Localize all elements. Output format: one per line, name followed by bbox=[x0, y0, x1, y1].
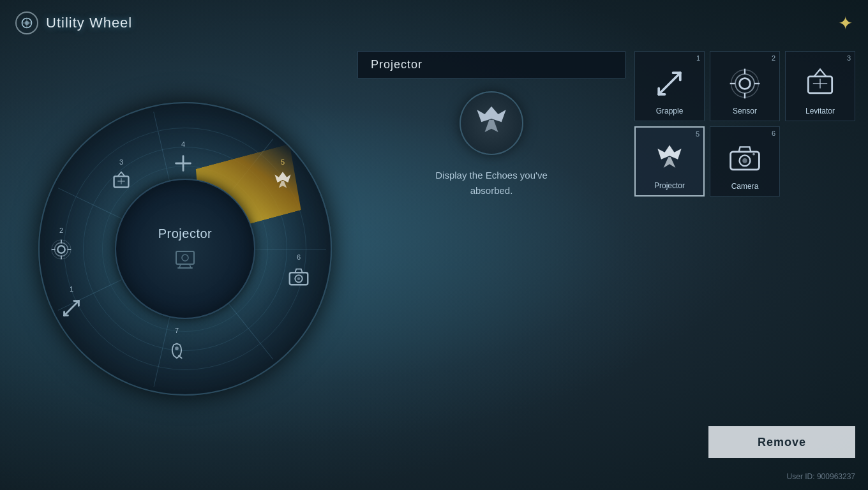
grid-item-grapple[interactable]: 1 Grapple bbox=[634, 51, 705, 121]
svg-point-36 bbox=[740, 78, 751, 89]
sensor-wheel-icon bbox=[47, 235, 75, 264]
levitator-label: Levitator bbox=[805, 107, 835, 115]
wheel-center-label: Projector bbox=[158, 226, 213, 241]
logo-icon bbox=[15, 11, 38, 34]
camera-label: Camera bbox=[731, 182, 759, 191]
info-title-bar: Projector bbox=[357, 51, 625, 78]
projector-wheel-icon bbox=[269, 167, 297, 195]
sensor-grid-icon bbox=[726, 64, 764, 103]
svg-point-30 bbox=[182, 255, 188, 261]
levitator-wheel-icon bbox=[107, 167, 135, 195]
levitator-grid-icon bbox=[801, 64, 839, 103]
svg-point-10 bbox=[55, 243, 68, 256]
wheel-center: Projector bbox=[115, 179, 255, 319]
remove-button-label: Remove bbox=[758, 436, 806, 449]
item7-wheel-icon bbox=[163, 336, 191, 364]
wheel-item-grapple[interactable]: 1 bbox=[57, 285, 86, 322]
projector-label: Projector bbox=[654, 181, 685, 190]
wheel-dial: 1 2 bbox=[38, 102, 332, 396]
info-icon-large bbox=[460, 91, 523, 155]
svg-rect-26 bbox=[176, 251, 194, 264]
star-icon: ✦ bbox=[838, 13, 853, 34]
wheel-item-sensor[interactable]: 2 bbox=[47, 226, 75, 264]
header: Utility Wheel ✦ bbox=[0, 0, 868, 46]
projector-grid-icon bbox=[650, 139, 689, 177]
svg-point-23 bbox=[297, 277, 301, 280]
svg-line-31 bbox=[659, 73, 680, 94]
wheel-item-projector[interactable]: 5 bbox=[269, 158, 297, 195]
page-title: Utility Wheel bbox=[46, 15, 132, 31]
wheel-item-camera[interactable]: 6 bbox=[285, 253, 313, 290]
grapple-wheel-icon bbox=[57, 294, 86, 322]
grapple-grid-icon bbox=[650, 64, 689, 103]
utility-wheel: 1 2 bbox=[13, 51, 357, 447]
wheel-center-icon bbox=[172, 246, 198, 272]
grid-item-levitator[interactable]: 3 Levitator bbox=[785, 51, 855, 121]
svg-point-9 bbox=[57, 246, 64, 253]
grid-item-sensor[interactable]: 2 Sensor bbox=[710, 51, 780, 121]
grid-item-camera[interactable]: 6 Camera bbox=[710, 126, 780, 197]
svg-line-4 bbox=[64, 301, 79, 316]
info-description: Display the Echoes you've absorbed. bbox=[357, 168, 625, 198]
wheel-item-7[interactable]: 7 bbox=[163, 327, 191, 364]
svg-point-48 bbox=[742, 158, 747, 163]
grapple-label: Grapple bbox=[656, 107, 684, 115]
grid-item-projector[interactable]: 5 Projector bbox=[634, 126, 705, 197]
svg-point-49 bbox=[752, 153, 755, 156]
svg-point-24 bbox=[175, 346, 179, 350]
remove-button[interactable]: Remove bbox=[708, 426, 855, 458]
user-id: User ID: 900963237 bbox=[787, 472, 855, 481]
wheel-item-empty[interactable]: 4 bbox=[169, 140, 197, 177]
svg-point-37 bbox=[735, 74, 754, 93]
plus-wheel-icon bbox=[169, 149, 197, 177]
sensor-label: Sensor bbox=[733, 107, 757, 115]
wheel-item-levitator[interactable]: 3 bbox=[107, 158, 135, 195]
camera-wheel-icon bbox=[285, 262, 313, 290]
items-grid: 1 Grapple 2 Sensor bbox=[634, 51, 855, 197]
info-panel: Projector Display the Echoes you've abso… bbox=[357, 51, 625, 218]
info-title: Projector bbox=[371, 58, 423, 71]
camera-grid-icon bbox=[726, 140, 764, 178]
